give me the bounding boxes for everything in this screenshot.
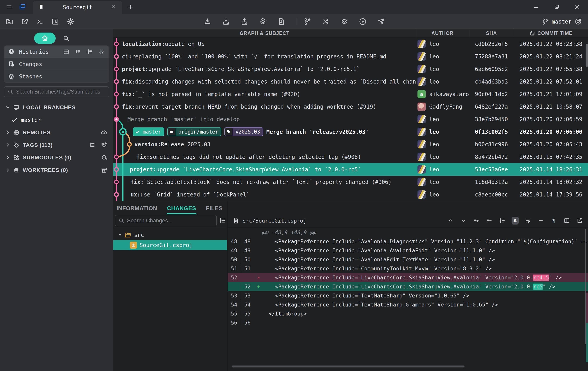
sort-az-icon[interactable]: AZ [98, 48, 105, 55]
chevron-right-icon[interactable] [5, 167, 11, 173]
sidebar-item-histories[interactable]: Histories AZ [4, 46, 109, 58]
hyphen-icon[interactable] [537, 217, 545, 224]
merge-button[interactable] [321, 17, 331, 26]
layout-split-icon[interactable] [63, 48, 70, 55]
word-wrap-icon[interactable] [525, 217, 532, 224]
commit-row[interactable]: localization: update en_US leo cd0b2326f… [113, 38, 588, 50]
branch-filter-box[interactable] [4, 86, 109, 97]
repository-tab[interactable]: Sourcegit [33, 1, 122, 14]
column-header-graph-subject[interactable]: GRAPH & SUBJECT [113, 29, 416, 37]
chevron-up-icon[interactable] [447, 217, 454, 224]
commit-row[interactable]: fix: `SelectableTextBlock` does not re-d… [113, 176, 588, 188]
stash-button[interactable] [258, 17, 268, 26]
pilcrow-icon[interactable]: ¶ [550, 217, 557, 224]
branch-badge[interactable]: origin/master [167, 127, 221, 136]
branch-tree-tags[interactable]: TAGS (113) [0, 139, 113, 151]
column-header-author[interactable]: AUTHOR [416, 29, 469, 37]
commit-time: 2025.01.22 08:21:24 [514, 53, 588, 60]
statistics-button[interactable] [51, 17, 60, 26]
minimize-button[interactable] [531, 2, 541, 12]
open-in-external-button[interactable] [20, 17, 29, 26]
tab-changes[interactable]: CHANGES [167, 204, 197, 213]
chevron-right-icon[interactable] [5, 142, 11, 148]
commit-time: 2025.01.21 17:01:09 [514, 91, 588, 97]
tab-files[interactable]: FILES [205, 204, 223, 213]
apply-patch-button[interactable] [277, 17, 286, 26]
cleanup-button[interactable] [377, 17, 386, 26]
tag-badge[interactable]: v2025.03 [224, 127, 263, 136]
chevron-right-icon[interactable] [5, 130, 11, 136]
column-header-sha[interactable]: SHA [469, 29, 514, 37]
push-button[interactable] [240, 17, 249, 26]
commit-row[interactable]: fix: sometimes tags did not update after… [113, 151, 588, 163]
commit-row[interactable]: ux: use `Grid` instead of `DockPanel` le… [113, 188, 588, 201]
sidebar-item-changes[interactable]: Changes [4, 58, 109, 70]
diff-vertical-scrollbar[interactable] [585, 229, 586, 344]
del-lines-icon[interactable] [486, 217, 493, 224]
column-header-commit-time[interactable]: 15 COMMIT TIME [514, 29, 588, 37]
tree-file-SourceGit.csproj[interactable]: ± SourceGit.csproj [113, 240, 227, 250]
cloud-add-icon[interactable] [101, 129, 108, 136]
sidebar-item-stashes[interactable]: Stashes [4, 70, 109, 83]
branch-filter-input[interactable] [16, 89, 106, 95]
fetch-button[interactable] [203, 17, 212, 26]
add-lines-icon[interactable] [473, 217, 480, 224]
chevron-right-icon[interactable] [5, 155, 11, 161]
open-repository-button[interactable] [5, 17, 14, 26]
list-tree-icon[interactable] [89, 142, 96, 149]
chevron-down-icon[interactable] [5, 105, 11, 110]
quote-icon[interactable] [75, 48, 81, 55]
history-scrollbar[interactable] [586, 44, 588, 67]
current-branch-indicator[interactable]: master [542, 17, 582, 26]
search-commits-button[interactable] [62, 34, 70, 42]
settings-button[interactable] [66, 17, 75, 26]
branch-tree-remotes[interactable]: REMOTES [0, 126, 113, 139]
list-order-icon[interactable] [86, 48, 93, 55]
diff-horizontal-scrollbar[interactable] [232, 366, 464, 368]
tab-information[interactable]: INFORMATION [116, 204, 158, 213]
close-tab-icon[interactable] [111, 4, 117, 11]
commit-row[interactable]: project: upgrade `LiveChartsCore.SkiaSha… [113, 63, 588, 75]
share-icon[interactable] [576, 217, 583, 224]
commit-row[interactable]: Merge branch 'master' into develop leo 3… [113, 113, 588, 126]
cube-add-icon[interactable] [101, 154, 108, 161]
branch-badge[interactable]: master [133, 127, 164, 136]
line-height-icon[interactable] [499, 217, 506, 224]
tag-add-icon[interactable] [101, 142, 108, 149]
terminal-button[interactable] [35, 17, 45, 26]
target-icon[interactable] [574, 18, 582, 25]
columns-icon[interactable] [563, 217, 570, 224]
pull-button[interactable] [221, 17, 231, 26]
globe-icon [13, 129, 20, 136]
home-button[interactable] [34, 32, 56, 44]
expander-icon[interactable] [118, 232, 123, 237]
maximize-button[interactable] [552, 2, 562, 12]
list-tree-toggle-icon[interactable] [219, 217, 227, 225]
commit-row[interactable]: version: Release 2025.03 leo b00c81c996 … [113, 138, 588, 151]
syntax-a-icon[interactable]: A [512, 217, 519, 224]
commit-row[interactable]: ci: replacing `100%` and `100.00%` with … [113, 50, 588, 63]
custom-action-button[interactable] [358, 17, 368, 26]
squash-button[interactable] [340, 17, 349, 26]
new-tab-button[interactable] [127, 3, 135, 11]
chevron-down-icon[interactable] [460, 217, 467, 224]
create-branch-button[interactable] [303, 17, 312, 26]
commit-row[interactable]: fix: `_` is not parsed in template varia… [113, 88, 588, 100]
commit-row[interactable]: project: upgrade `LiveChartsCore.SkiaSha… [113, 163, 588, 176]
commit-row[interactable]: fix: discarding changes with selected ch… [113, 75, 588, 88]
branch-tree-master[interactable]: master [0, 114, 113, 126]
branch-tree-submodules[interactable]: SUBMODULES (0) [0, 151, 113, 164]
changes-search-box[interactable] [115, 215, 217, 226]
branch-tree-local[interactable]: LOCAL BRANCHES [0, 101, 113, 114]
branch-tree-worktrees[interactable]: WORKTREES (0) [0, 164, 113, 177]
tree-folder-src[interactable]: src [113, 230, 227, 240]
changes-search-input[interactable] [127, 217, 214, 224]
commit-row[interactable]: fix: prevent target branch HEAD from bei… [113, 100, 588, 113]
close-button[interactable] [572, 2, 582, 12]
archive-add-icon[interactable] [101, 167, 108, 174]
commit-row[interactable]: master origin/master v2025.03Merge branc… [113, 126, 588, 138]
submodule-icon [13, 154, 20, 161]
workspace-icon[interactable] [18, 3, 27, 11]
check-icon [11, 117, 18, 123]
main-menu-icon[interactable] [5, 3, 13, 11]
